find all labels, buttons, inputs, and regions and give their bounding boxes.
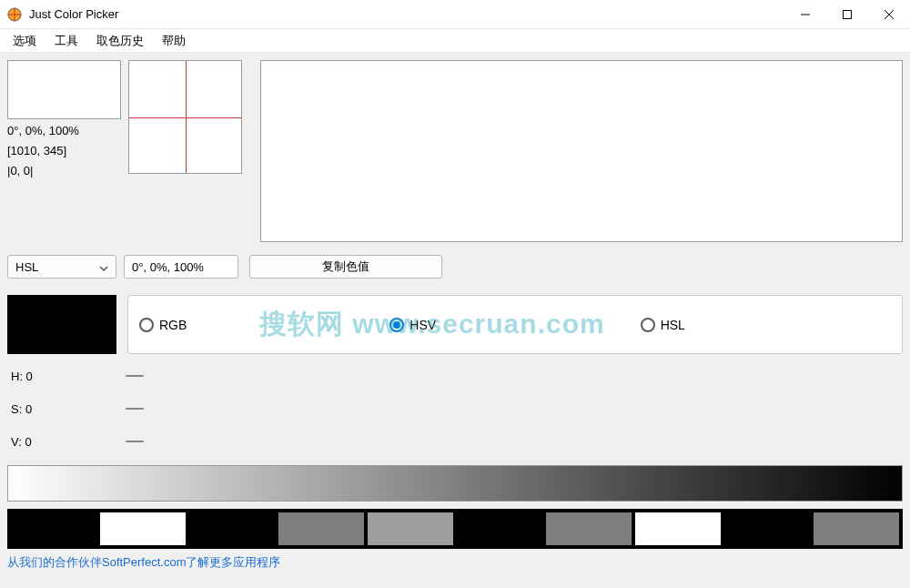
palette-cell-0[interactable]: [11, 512, 96, 545]
slider-h[interactable]: [126, 375, 144, 377]
titlebar: Just Color Picker: [0, 0, 910, 29]
radio-rgb[interactable]: [139, 318, 154, 332]
value-gradient-bar[interactable]: [7, 465, 903, 502]
palette-row: [7, 509, 903, 549]
format-row: HSL 0°, 0%, 100% 复制色值: [7, 255, 903, 279]
maximize-button[interactable]: [826, 0, 868, 29]
slider-s-row: S: 0: [7, 398, 903, 420]
copy-value-label: 复制色值: [322, 259, 369, 275]
minimize-button[interactable]: [784, 0, 826, 29]
palette-cell-8[interactable]: [724, 512, 810, 545]
palette-cell-7[interactable]: [635, 512, 721, 545]
upper-row: 0°, 0%, 100% [1010, 345] |0, 0|: [7, 60, 903, 242]
chevron-down-icon: [99, 260, 108, 274]
color-value-field[interactable]: 0°, 0%, 100%: [124, 255, 238, 279]
window-title: Just Color Picker: [29, 7, 118, 21]
slider-v-row: V: 0: [7, 431, 903, 452]
menu-tools[interactable]: 工具: [46, 30, 87, 52]
radio-hsl[interactable]: [641, 318, 655, 332]
menubar: 选项 工具 取色历史 帮助: [0, 29, 910, 53]
palette-cell-5[interactable]: [457, 512, 542, 545]
relative-position: |0, 0|: [7, 163, 121, 179]
secondary-color-swatch: [7, 295, 116, 354]
slider-h-label: H: 0: [7, 370, 126, 383]
app-icon: [7, 7, 22, 22]
radio-hsv-label: HSV: [410, 318, 436, 332]
palette-cell-9[interactable]: [814, 512, 899, 545]
format-select[interactable]: HSL: [7, 255, 116, 279]
swatch-column: 0°, 0%, 100% [1010, 345] |0, 0|: [7, 60, 121, 242]
menu-help[interactable]: 帮助: [153, 30, 195, 52]
close-button[interactable]: [868, 0, 910, 29]
palette-cell-2[interactable]: [189, 512, 275, 545]
radio-rgb-label: RGB: [159, 318, 187, 332]
slider-s-label: S: 0: [7, 402, 126, 416]
color-value-text: 0°, 0%, 100%: [132, 260, 204, 274]
history-panel[interactable]: [260, 60, 903, 242]
radio-hsl-group[interactable]: HSL: [641, 318, 891, 332]
palette-cell-4[interactable]: [368, 512, 453, 545]
radio-hsv-group[interactable]: HSV: [389, 318, 640, 332]
menu-options[interactable]: 选项: [4, 30, 46, 52]
partner-link[interactable]: 从我们的合作伙伴SoftPerfect.com了解更多应用程序: [7, 554, 280, 571]
slider-v-label: V: 0: [7, 435, 126, 449]
screen-position: [1010, 345]: [7, 143, 121, 159]
radio-hsl-label: HSL: [661, 318, 685, 332]
radio-rgb-group[interactable]: RGB: [139, 318, 389, 332]
mode-row: RGB HSV HSL: [7, 295, 903, 354]
slider-h-row: H: 0: [7, 365, 903, 387]
slider-s[interactable]: [126, 408, 144, 410]
format-select-value: HSL: [15, 260, 38, 274]
palette-cell-3[interactable]: [278, 512, 364, 545]
slider-v[interactable]: [126, 441, 144, 442]
current-color-swatch: [7, 60, 121, 119]
palette-cell-6[interactable]: [546, 512, 632, 545]
menu-history[interactable]: 取色历史: [87, 30, 153, 52]
svg-rect-1: [844, 10, 852, 18]
magnifier-panel: [128, 60, 242, 174]
hsl-readout: 0°, 0%, 100%: [7, 123, 121, 139]
palette-cell-1[interactable]: [100, 512, 186, 545]
radio-hsv[interactable]: [389, 318, 404, 332]
main-content: 搜软网 www.secruan.com 0°, 0%, 100% [1010, …: [0, 53, 910, 588]
window-controls: [784, 0, 910, 29]
copy-value-button[interactable]: 复制色值: [249, 255, 442, 279]
color-mode-panel: RGB HSV HSL: [127, 295, 903, 354]
